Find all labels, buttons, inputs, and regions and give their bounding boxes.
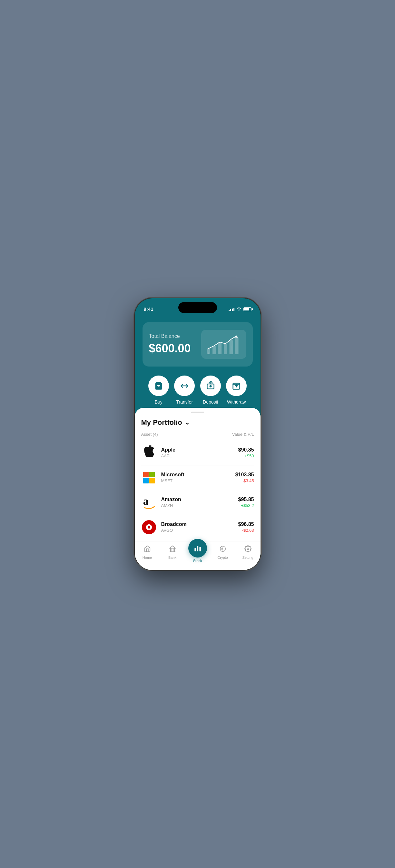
asset-left-broadcom: Broadcom AVGO: [141, 520, 187, 535]
apple-info: Apple AAPL: [161, 447, 175, 458]
ms-yellow: [149, 478, 155, 484]
stock-chart-icon: [194, 544, 202, 552]
action-deposit[interactable]: Deposit: [200, 376, 221, 405]
trend-chart: [204, 333, 243, 355]
amazon-ticker: AMZN: [161, 503, 181, 508]
microsoft-value: $103.85: [235, 472, 254, 478]
bank-icon: [169, 545, 176, 554]
nav-home[interactable]: Home: [138, 545, 157, 559]
broadcom-change: -$2.63: [238, 528, 254, 533]
crypto-nav-label: Crypto: [217, 556, 228, 559]
apple-name: Apple: [161, 447, 175, 453]
svg-rect-1: [213, 346, 216, 354]
broadcom-info: Broadcom AVGO: [161, 522, 187, 533]
home-icon: [144, 545, 151, 554]
balance-card: Total Balance $600.00: [143, 322, 253, 367]
setting-nav-label: Setting: [242, 556, 253, 559]
action-withdraw[interactable]: Withdraw: [226, 376, 247, 405]
signal-bar-2: [230, 309, 231, 311]
broadcom-ticker: AVGO: [161, 528, 187, 533]
bottom-nav: Home Bank: [135, 541, 260, 570]
portfolio-title-text: My Portfolio: [141, 418, 182, 427]
nav-stock[interactable]: Stock: [188, 545, 207, 563]
amazon-value: $95.85: [238, 497, 254, 502]
nav-crypto[interactable]: ₿ Crypto: [213, 545, 232, 559]
chart-area: [201, 330, 246, 359]
main-content: My Portfolio ⌄ Asset (4) Value & P/L: [135, 408, 260, 570]
action-transfer[interactable]: Transfer: [174, 376, 195, 405]
apple-values: $90.85 +$50: [238, 447, 254, 458]
stock-nav-label: Stock: [193, 559, 202, 563]
broadcom-value: $96.85: [238, 522, 254, 527]
setting-icon: [245, 545, 252, 554]
amazon-info: Amazon AMZN: [161, 497, 181, 508]
phone-frame: 9:41: [135, 298, 260, 570]
amazon-change: +$53.2: [238, 503, 254, 508]
transfer-icon-circle: [174, 376, 195, 396]
signal-bar-3: [232, 309, 233, 311]
apple-value: $90.85: [238, 447, 254, 453]
status-icons: [229, 307, 252, 311]
buy-label: Buy: [155, 399, 163, 405]
svg-point-11: [209, 385, 211, 387]
dynamic-island: [178, 302, 217, 313]
asset-row-apple[interactable]: Apple AAPL $90.85 +$50: [141, 441, 254, 465]
deposit-icon-circle: [200, 376, 221, 396]
nav-bank[interactable]: Bank: [163, 545, 182, 559]
asset-header: Asset (4) Value & P/L: [135, 432, 260, 441]
apple-ticker: AAPL: [161, 454, 175, 458]
svg-rect-22: [197, 546, 198, 551]
svg-rect-5: [235, 337, 238, 354]
asset-list: Apple AAPL $90.85 +$50: [135, 441, 260, 539]
microsoft-info: Microsoft MSFT: [161, 472, 185, 483]
value-pl-label: Value & P/L: [232, 432, 254, 437]
nav-setting[interactable]: Setting: [238, 545, 258, 559]
microsoft-ticker: MSFT: [161, 478, 185, 483]
asset-row-amazon[interactable]: a Amazon AMZN $95.85 +$53.2: [141, 490, 254, 515]
broadcom-logo: [141, 520, 157, 535]
asset-row-microsoft[interactable]: Microsoft MSFT $103.85 -$3.45: [141, 465, 254, 490]
deposit-label: Deposit: [203, 399, 218, 405]
ms-grid: [143, 472, 155, 484]
svg-rect-21: [194, 548, 196, 551]
signal-bars-icon: [229, 307, 234, 311]
svg-text:₿: ₿: [221, 547, 223, 551]
phone-screen: 9:41: [135, 298, 260, 570]
stock-center-button[interactable]: [188, 539, 207, 558]
svg-marker-20: [170, 546, 175, 548]
svg-rect-23: [199, 547, 201, 551]
broadcom-circle: [142, 520, 156, 534]
withdraw-icon-circle: [226, 376, 247, 396]
battery-icon: [244, 307, 252, 311]
asset-left-amazon: a Amazon AMZN: [141, 495, 181, 510]
balance-label: Total Balance: [149, 333, 191, 339]
asset-count-label: Asset (4): [141, 432, 158, 437]
microsoft-logo: [141, 470, 157, 485]
apple-logo: [141, 445, 157, 461]
withdraw-label: Withdraw: [227, 399, 246, 405]
wifi-icon: [236, 307, 242, 311]
transfer-label: Transfer: [176, 399, 193, 405]
ms-red: [143, 472, 149, 477]
battery-fill: [244, 308, 250, 310]
portfolio-title[interactable]: My Portfolio ⌄: [141, 418, 190, 427]
broadcom-icon: [145, 524, 152, 531]
drag-handle: [191, 412, 204, 413]
balance-amount: $600.00: [149, 342, 191, 355]
action-buy[interactable]: Buy: [148, 376, 169, 405]
asset-row-broadcom[interactable]: Broadcom AVGO $96.85 -$2.63: [141, 515, 254, 539]
ms-green: [149, 472, 155, 477]
broadcom-values: $96.85 -$2.63: [238, 522, 254, 533]
ms-blue: [143, 478, 149, 484]
portfolio-header: My Portfolio ⌄: [135, 418, 260, 432]
amazon-name: Amazon: [161, 497, 181, 502]
amazon-logo: a: [141, 495, 157, 510]
asset-left-apple: Apple AAPL: [141, 445, 175, 461]
amazon-values: $95.85 +$53.2: [238, 497, 254, 508]
bank-nav-label: Bank: [168, 556, 176, 559]
broadcom-name: Broadcom: [161, 522, 187, 527]
home-nav-label: Home: [143, 556, 152, 559]
svg-text:a: a: [143, 495, 148, 507]
apple-change: +$50: [238, 454, 254, 458]
balance-info: Total Balance $600.00: [149, 333, 191, 355]
